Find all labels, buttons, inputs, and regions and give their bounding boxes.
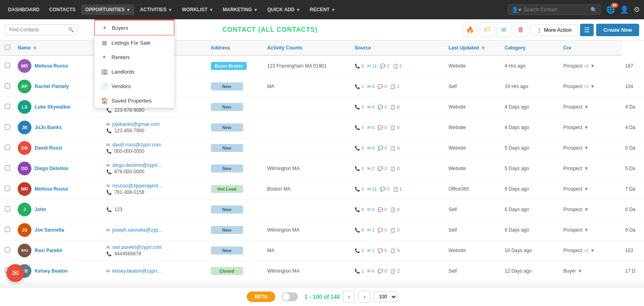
find-contacts-input[interactable]: [9, 27, 66, 33]
row-checkbox[interactable]: [5, 124, 10, 129]
fire-button[interactable]: 🔥: [463, 23, 477, 37]
address-column-header: Address: [208, 41, 264, 55]
row-checkbox-cell[interactable]: [0, 97, 14, 117]
category-dropdown-arrow[interactable]: ▼: [578, 268, 582, 274]
dropdown-listings-for-sale[interactable]: ▦ Listings For Sale: [95, 35, 174, 50]
status-badge[interactable]: Buyer Broker: [211, 62, 247, 70]
contact-name[interactable]: Luke Skywalker: [35, 104, 71, 110]
row-checkbox[interactable]: [5, 227, 10, 232]
category-dropdown-arrow[interactable]: ▼: [590, 84, 595, 89]
dropdown-renters[interactable]: ✦ Renters: [95, 50, 174, 64]
row-checkbox-cell[interactable]: [0, 158, 14, 179]
dropdown-saved-properties[interactable]: 🏠 Saved Properties: [95, 93, 174, 108]
email-button[interactable]: ✉: [497, 23, 511, 37]
contact-name[interactable]: David Rossi: [35, 145, 62, 151]
contact-name[interactable]: John: [35, 207, 46, 212]
floating-email-button[interactable]: ✉: [6, 264, 24, 282]
contact-phone-row: 📞4444566678: [106, 251, 204, 257]
category-cell: Prospect +1▼: [560, 240, 622, 261]
settings-gear-icon[interactable]: ⚙: [634, 5, 640, 14]
contact-name[interactable]: Kelsey Beaton: [35, 268, 68, 274]
status-badge[interactable]: New: [211, 246, 243, 255]
nav-opportunities[interactable]: OPPORTUNITIES ▼: [81, 4, 134, 15]
email-icon: ✉: [106, 245, 110, 250]
dropdown-buyers[interactable]: ✦ Buyers: [95, 20, 174, 35]
tag-button[interactable]: 🏷: [480, 23, 494, 37]
name-column-header[interactable]: Name ⬆: [14, 41, 103, 55]
row-checkbox-cell[interactable]: [0, 117, 14, 138]
status-badge[interactable]: Closed: [211, 267, 243, 275]
status-badge[interactable]: New: [211, 103, 243, 111]
list-view-button[interactable]: ☰: [580, 24, 594, 36]
contact-name[interactable]: JoJo Banks: [35, 125, 62, 130]
contact-name[interactable]: Diego Delolmo: [35, 166, 68, 171]
category-dropdown-arrow[interactable]: ▼: [584, 104, 589, 110]
nav-quick-add[interactable]: QUICK ADD ▼: [263, 4, 304, 15]
row-checkbox-cell[interactable]: [0, 199, 14, 220]
status-badge[interactable]: New: [211, 123, 243, 131]
user-profile-icon[interactable]: 👤: [620, 5, 629, 14]
more-action-button[interactable]: ⋮ More Action: [530, 24, 578, 36]
row-checkbox-cell[interactable]: [0, 138, 14, 158]
nav-recent[interactable]: RECENT ▼: [306, 4, 339, 15]
create-new-button[interactable]: Create New: [596, 24, 639, 36]
nav-marketing[interactable]: MARKETING ▼: [219, 4, 262, 15]
row-checkbox[interactable]: [5, 186, 10, 191]
row-checkbox[interactable]: [5, 206, 10, 212]
name-cell: KB Kelsey Beaton: [14, 261, 103, 281]
name-cell: J John: [14, 199, 103, 220]
row-checkbox[interactable]: [5, 104, 10, 109]
search-magnifier-icon[interactable]: 🔍: [590, 7, 597, 13]
category-dropdown-arrow[interactable]: ▼: [584, 186, 589, 192]
chat-act-icon: 💬: [378, 105, 383, 110]
contact-name[interactable]: Ravi Parekh: [35, 248, 62, 253]
category-dropdown-arrow[interactable]: ▼: [584, 125, 589, 130]
row-checkbox-cell[interactable]: [0, 55, 14, 76]
dropdown-vendors[interactable]: 📄 Vendors: [95, 79, 174, 93]
contact-phone-row: 📞781-308-0158: [106, 189, 204, 195]
dropdown-landlords[interactable]: 🏢 Landlords: [95, 64, 174, 79]
row-checkbox-cell[interactable]: [0, 76, 14, 97]
row-checkbox-cell[interactable]: [0, 179, 14, 199]
nav-contacts[interactable]: CONTACTS: [45, 4, 80, 15]
contact-name[interactable]: Joe Sannella: [35, 227, 64, 233]
last-updated-column-header[interactable]: Last Updated ⬆: [445, 41, 502, 55]
status-badge[interactable]: New: [211, 164, 243, 173]
row-checkbox-cell[interactable]: [0, 240, 14, 261]
category-dropdown-arrow[interactable]: ▼: [590, 248, 595, 253]
nav-worklist[interactable]: WORKLIST ▼: [178, 4, 217, 15]
contact-name[interactable]: Rachel Pantely: [35, 84, 69, 89]
category-dropdown-arrow[interactable]: ▼: [584, 145, 589, 151]
row-checkbox[interactable]: [5, 247, 10, 253]
category-dropdown-arrow[interactable]: ▼: [584, 166, 589, 171]
select-all-checkbox[interactable]: [5, 45, 10, 50]
chat-count: 💬0: [378, 207, 387, 212]
row-checkbox[interactable]: [5, 83, 10, 88]
status-badge[interactable]: New: [211, 226, 243, 234]
avatar: MR: [18, 182, 31, 196]
category-dropdown-arrow[interactable]: ▼: [584, 207, 589, 212]
row-checkbox[interactable]: [5, 145, 10, 150]
status-badge[interactable]: New: [211, 82, 243, 90]
delete-button[interactable]: 🗑: [514, 23, 528, 37]
phone-act-icon: 📞: [355, 84, 360, 89]
row-checkbox[interactable]: [5, 63, 10, 68]
note-count: 📋0: [390, 125, 399, 130]
category-dropdown-arrow[interactable]: ▼: [590, 63, 595, 69]
contact-name[interactable]: Melissa Russo: [35, 63, 68, 69]
row-checkbox[interactable]: [5, 165, 10, 170]
email-count: ✉11: [367, 187, 377, 192]
status-badge[interactable]: New: [211, 205, 243, 214]
note-act-icon: 📋: [390, 146, 396, 151]
globe-icon[interactable]: 🌐 68: [606, 5, 615, 14]
select-all-header[interactable]: [0, 41, 14, 55]
search-input[interactable]: [524, 7, 588, 12]
status-badge[interactable]: Hot Lead: [211, 185, 243, 193]
nav-dashboard[interactable]: DASHBOARD: [4, 4, 43, 15]
category-dropdown-arrow[interactable]: ▼: [584, 227, 589, 233]
contact-name[interactable]: Melissa Russo: [35, 186, 68, 192]
row-checkbox-cell[interactable]: [0, 220, 14, 240]
status-badge[interactable]: New: [211, 144, 243, 152]
chat-act-icon: 💬: [378, 207, 383, 212]
nav-activities[interactable]: ACTIVITIES ▼: [136, 4, 176, 15]
